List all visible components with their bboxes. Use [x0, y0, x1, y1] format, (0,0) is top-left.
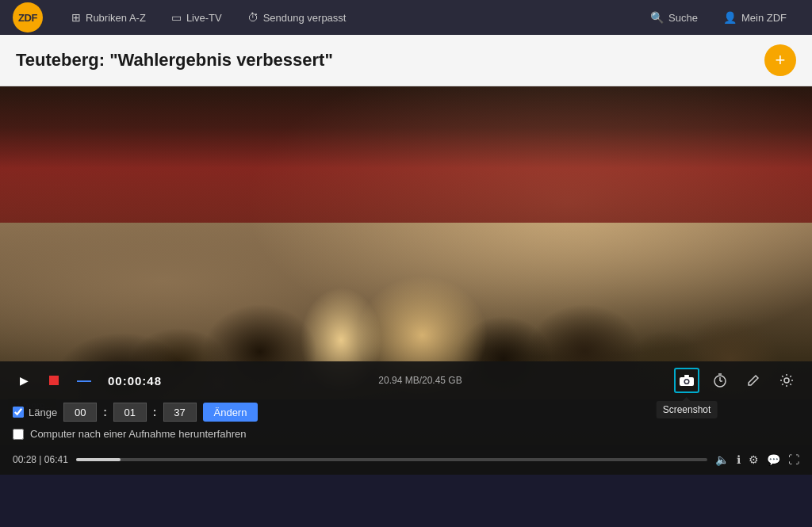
screenshot-btn-container: Screenshot	[674, 368, 699, 393]
timer-button[interactable]	[707, 368, 733, 393]
controls-row: ▶ — 00:00:48 20.94 MB/20.45 GB	[0, 361, 812, 399]
svg-point-8	[784, 378, 789, 383]
nav-item-sendung[interactable]: ⏱ Sendung verpasst	[235, 0, 359, 35]
page-title: Teuteberg: "Wahlergebnis verbessert"	[16, 50, 333, 71]
search-icon: 🔍	[650, 11, 664, 24]
laenge-checkbox[interactable]	[13, 407, 24, 418]
user-icon: 👤	[723, 11, 737, 24]
edit-button[interactable]	[741, 368, 766, 393]
zdf-logo-circle: ZDF	[13, 2, 43, 32]
info-icon[interactable]: ℹ	[737, 453, 741, 466]
top-nav: ZDF ⊞ Rubriken A-Z ▭ Live-TV ⏱ Sendung v…	[0, 0, 812, 35]
edit-icon	[747, 374, 760, 387]
settings-button[interactable]	[774, 368, 799, 393]
bottom-time: 00:28 | 06:41	[13, 454, 68, 465]
bottom-right-icons: ℹ ⚙ 💬 ⛶	[737, 453, 799, 466]
video-container: 07 morg... ▶ — 00:00:48 20.94 MB/20.45 G…	[0, 86, 812, 475]
gear-icon	[779, 373, 794, 388]
nav-item-livetv[interactable]: ▭ Live-TV	[159, 0, 235, 35]
clock-icon: ⏱	[247, 11, 259, 24]
volume-icon[interactable]: 🔈	[715, 453, 729, 466]
file-size: 20.94 MB/20.45 GB	[174, 375, 666, 386]
recording-row: Länge : : Ändern	[0, 399, 812, 426]
svg-rect-3	[684, 375, 689, 377]
camera-icon	[680, 375, 694, 386]
play-icon: ▶	[20, 374, 29, 387]
screenshot-button[interactable]	[674, 368, 699, 393]
progress-bar[interactable]	[76, 458, 707, 461]
bottom-bar: 00:28 | 06:41 🔈 ℹ ⚙ 💬 ⛶	[0, 445, 812, 475]
nav-item-meinzdf[interactable]: 👤 Mein ZDF	[710, 0, 799, 35]
stop-icon	[49, 376, 59, 385]
nav-item-suche[interactable]: 🔍 Suche	[638, 0, 710, 35]
minus-icon: —	[77, 372, 91, 389]
svg-point-2	[685, 380, 688, 384]
time-display: 00:00:48	[103, 374, 167, 388]
settings-bottom-icon[interactable]: ⚙	[749, 453, 759, 466]
change-button[interactable]: Ändern	[203, 403, 259, 422]
hours-minutes-separator: :	[103, 406, 107, 418]
chat-icon[interactable]: 💬	[767, 453, 780, 466]
grid-icon: ⊞	[71, 11, 81, 24]
fullscreen-icon[interactable]: ⛶	[788, 453, 799, 466]
minutes-seconds-separator: :	[153, 406, 157, 418]
add-button[interactable]: +	[764, 44, 796, 76]
minutes-field[interactable]	[113, 403, 147, 422]
nav-right: 🔍 Suche 👤 Mein ZDF	[638, 0, 799, 35]
nav-items: ⊞ Rubriken A-Z ▭ Live-TV ⏱ Sendung verpa…	[59, 0, 638, 35]
page-header: Teuteberg: "Wahlergebnis verbessert" +	[0, 35, 812, 86]
player-controls: ▶ — 00:00:48 20.94 MB/20.45 GB	[0, 361, 812, 475]
minus-button[interactable]: —	[73, 369, 95, 391]
shutdown-checkbox[interactable]	[13, 429, 24, 440]
shutdown-row: Computer nach einer Aufnahme herunterfah…	[0, 426, 812, 445]
stop-button[interactable]	[43, 369, 65, 391]
progress-bar-fill	[76, 458, 121, 461]
tv-icon: ▭	[171, 11, 182, 24]
hours-field[interactable]	[63, 403, 97, 422]
seconds-field[interactable]	[163, 403, 197, 422]
shutdown-label: Computer nach einer Aufnahme herunterfah…	[30, 428, 246, 440]
play-button[interactable]: ▶	[13, 369, 35, 391]
laenge-label[interactable]: Länge	[13, 407, 57, 418]
timer-icon	[713, 373, 727, 388]
zdf-logo[interactable]: ZDF	[13, 2, 43, 32]
nav-item-rubriken[interactable]: ⊞ Rubriken A-Z	[59, 0, 159, 35]
